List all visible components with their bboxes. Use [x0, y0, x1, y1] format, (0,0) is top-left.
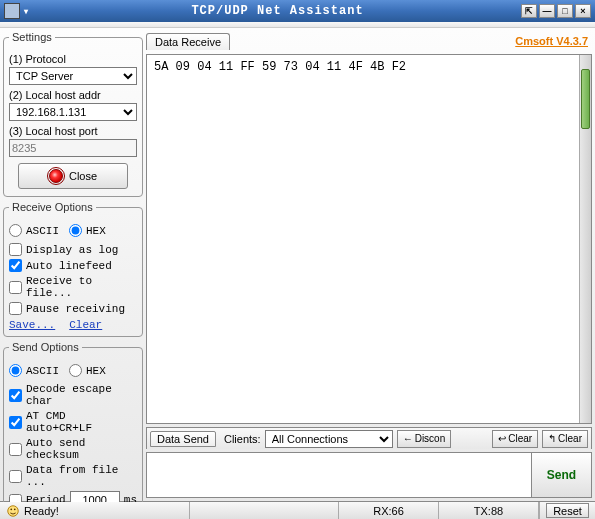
send-ascii-radio[interactable]	[9, 364, 22, 377]
clear-send-button[interactable]: ↩Clear	[492, 430, 538, 448]
decode-escape-checkbox[interactable]	[9, 389, 22, 402]
at-cmd-checkbox[interactable]	[9, 416, 22, 429]
protocol-select[interactable]: TCP Server	[9, 67, 137, 85]
auto-linefeed-checkbox[interactable]	[9, 259, 22, 272]
send-header: Data Send Clients: All Connections ←Disc…	[146, 427, 592, 449]
scrollbar[interactable]	[579, 55, 591, 423]
disconnect-button[interactable]: ←Discon	[397, 430, 452, 448]
tab-data-receive[interactable]: Data Receive	[146, 33, 230, 50]
host-addr-label: (2) Local host addr	[9, 89, 137, 101]
host-port-input[interactable]	[9, 139, 137, 157]
send-input[interactable]	[147, 453, 531, 497]
svg-point-1	[10, 508, 12, 510]
receive-text[interactable]: 5A 09 04 11 FF 59 73 04 11 4F 4B F2	[148, 56, 579, 422]
data-from-file-checkbox[interactable]	[9, 470, 22, 483]
close-connection-button[interactable]: Close	[18, 163, 128, 189]
settings-legend: Settings	[9, 31, 55, 43]
status-ready: Ready!	[24, 505, 59, 517]
status-tx: TX:88	[439, 502, 539, 519]
recv-hex-radio[interactable]	[69, 224, 82, 237]
send-options-legend: Send Options	[9, 341, 82, 353]
send-button[interactable]: Send	[531, 453, 591, 497]
recv-save-link[interactable]: Save...	[9, 319, 55, 331]
close-button-label: Close	[69, 170, 97, 182]
scrollbar-thumb[interactable]	[581, 69, 590, 129]
recv-ascii-radio[interactable]	[9, 224, 22, 237]
ready-icon	[6, 504, 20, 518]
send-hex-radio[interactable]	[69, 364, 82, 377]
protocol-label: (1) Protocol	[9, 53, 137, 65]
status-bar: Ready! RX:66 TX:88 Reset	[0, 501, 595, 519]
host-port-label: (3) Local host port	[9, 125, 137, 137]
status-rx: RX:66	[339, 502, 439, 519]
window-title: TCP/UDP Net Assistant	[34, 4, 521, 18]
maximize-button[interactable]: □	[557, 4, 573, 18]
recv-clear-link[interactable]: Clear	[69, 319, 102, 331]
svg-point-2	[14, 508, 16, 510]
record-icon	[49, 169, 63, 183]
sysmenu-drop-icon[interactable]: ▾	[24, 7, 34, 16]
arrow-left-icon: ←	[403, 433, 413, 444]
brand-link[interactable]: Cmsoft V4.3.7	[515, 35, 592, 47]
receive-area: 5A 09 04 11 FF 59 73 04 11 4F 4B F2	[146, 54, 592, 424]
svg-point-0	[8, 505, 19, 516]
clear-recv-button[interactable]: ↰Clear	[542, 430, 588, 448]
pin-icon[interactable]: ⇱	[521, 4, 537, 18]
close-window-button[interactable]: ×	[575, 4, 591, 18]
title-bar: ▾ TCP/UDP Net Assistant ⇱ — □ ×	[0, 0, 595, 22]
settings-group: Settings (1) Protocol TCP Server (2) Loc…	[3, 31, 143, 197]
host-addr-select[interactable]: 192.168.1.131	[9, 103, 137, 121]
clients-label: Clients:	[224, 433, 261, 445]
auto-checksum-checkbox[interactable]	[9, 443, 22, 456]
clients-select[interactable]: All Connections	[265, 430, 393, 448]
reset-button[interactable]: Reset	[546, 503, 589, 518]
display-as-log-checkbox[interactable]	[9, 243, 22, 256]
send-options-group: Send Options ASCII HEX Decode escape cha…	[3, 341, 143, 519]
receive-options-group: Receive Options ASCII HEX Display as log…	[3, 201, 143, 337]
tab-data-send[interactable]: Data Send	[150, 431, 216, 447]
receive-to-file-checkbox[interactable]	[9, 281, 22, 294]
up-left-icon: ↰	[548, 433, 556, 444]
minimize-button[interactable]: —	[539, 4, 555, 18]
app-icon	[4, 3, 20, 19]
pause-receiving-checkbox[interactable]	[9, 302, 22, 315]
return-icon: ↩	[498, 433, 506, 444]
receive-options-legend: Receive Options	[9, 201, 96, 213]
